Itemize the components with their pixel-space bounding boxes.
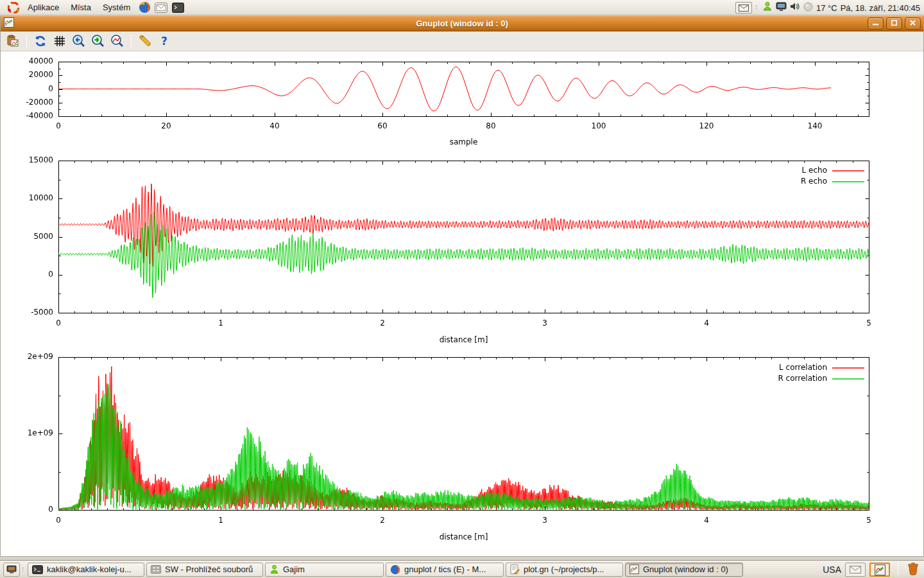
clock[interactable]: Pá, 18. září, 21:40:45 [841,3,920,13]
help-icon[interactable]: ? [156,33,173,49]
mail-icon[interactable] [154,1,168,15]
file-manager-icon [151,565,161,574]
volume-icon[interactable] [790,2,800,13]
task-label: SW - Prohlížeč souborů [165,565,253,574]
menu-system[interactable]: Systém [97,1,136,14]
taskbar-separator [898,563,898,577]
gnuplot-window: Gnuplot (window id : 0) [0,16,924,557]
gnuplot-tray-icon[interactable] [869,563,890,577]
gajim-status-icon[interactable] [762,1,773,14]
task-terminal[interactable]: kaklik@kaklik-kolej-u... [28,563,144,577]
task-label: kaklik@kaklik-kolej-u... [47,565,132,574]
trash-icon[interactable] [906,561,920,578]
copy-icon[interactable] [4,33,21,49]
task-file-manager[interactable]: SW - Prohlížeč souborů [146,563,263,577]
mail-notification-icon[interactable] [735,2,752,13]
ubuntu-logo-icon[interactable] [6,1,21,15]
task-label: Gajim [283,565,305,574]
task-label: gnuplot / tics (E) - M... [404,565,486,574]
grid-icon[interactable] [51,33,68,49]
show-desktop-button[interactable] [3,563,20,577]
task-text-editor[interactable]: plot.gn (~/projects/p... [506,563,623,577]
plot-area [1,51,923,556]
mail-tray-icon[interactable] [845,563,866,577]
settings-wrench-icon[interactable] [137,33,153,49]
terminal-icon [32,565,43,574]
task-label: plot.gn (~/projects/p... [524,565,604,574]
task-gajim[interactable]: Gajim [265,563,384,577]
taskbar: ⁝ kaklik@kaklik-kolej-u... SW - Prohlíže… [0,560,924,578]
gnuplot-canvas[interactable] [1,51,923,556]
gnuplot-icon [629,565,639,574]
task-label: Gnuplot (window id : 0) [643,565,728,574]
titlebar[interactable]: Gnuplot (window id : 0) [1,16,923,31]
zoom-previous-icon[interactable] [71,33,87,49]
refresh-icon[interactable] [32,33,49,49]
unzoom-icon[interactable] [109,33,126,49]
minimize-button[interactable] [868,17,884,30]
top-panel: Aplikace Místa Systém [0,0,924,15]
firefox-icon [390,565,400,575]
gajim-icon [270,565,279,574]
window-title: Gnuplot (window id : 0) [1,19,923,28]
zoom-next-icon[interactable] [90,33,107,49]
menu-places[interactable]: Místa [65,1,97,14]
close-button[interactable] [905,17,921,30]
temperature-label[interactable]: 17 °C [816,3,837,13]
terminal-icon[interactable] [171,1,185,15]
weather-icon[interactable] [803,2,813,14]
svg-text:?: ? [161,35,167,48]
taskbar-handle[interactable]: ⁝ [22,568,26,571]
maximize-button[interactable] [886,17,902,30]
toolbar-separator [131,35,132,48]
menu-applications[interactable]: Aplikace [22,1,65,14]
firefox-icon[interactable] [137,1,151,15]
task-firefox[interactable]: gnuplot / tics (E) - M... [386,563,504,577]
toolbar-separator [26,35,27,48]
toolbar: ? [1,31,923,51]
text-editor-icon [510,565,520,574]
display-icon[interactable] [776,2,787,14]
keyboard-layout-indicator[interactable]: USA [823,565,841,575]
task-gnuplot[interactable]: Gnuplot (window id : 0) [625,563,743,577]
tray-handle[interactable]: ⁝ [755,6,759,9]
